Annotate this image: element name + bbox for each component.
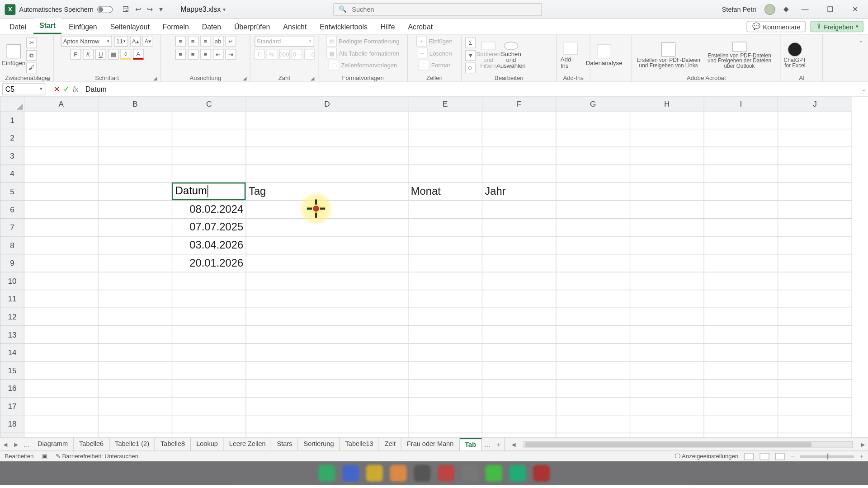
cell-F18[interactable]: [482, 415, 556, 433]
cell-A9[interactable]: [24, 254, 98, 272]
close-button[interactable]: ✕: [847, 5, 863, 13]
cell-H13[interactable]: [630, 326, 704, 344]
save-icon[interactable]: 🖫: [122, 5, 129, 13]
cell-E1[interactable]: [408, 111, 482, 129]
sheet-nav-next[interactable]: ►: [11, 441, 22, 448]
cell-G8[interactable]: [556, 236, 630, 254]
col-header-g[interactable]: G: [556, 97, 630, 111]
cell-I6[interactable]: [704, 201, 778, 219]
cell-E12[interactable]: [408, 308, 482, 326]
display-settings-button[interactable]: 🖵 Anzeigeeinstellungen: [675, 453, 739, 460]
cell-G6[interactable]: [556, 201, 630, 219]
cell-E17[interactable]: [408, 397, 482, 415]
cell-I9[interactable]: [704, 254, 778, 272]
cell-I13[interactable]: [704, 326, 778, 344]
row-header-19[interactable]: 10: [0, 433, 24, 437]
row-header-18[interactable]: 18: [0, 415, 24, 433]
cell-H18[interactable]: [630, 415, 704, 433]
cell-D19[interactable]: [246, 433, 408, 437]
col-header-i[interactable]: I: [704, 97, 778, 111]
cell-H19[interactable]: [630, 433, 704, 437]
cell-I18[interactable]: [704, 415, 778, 433]
comments-button[interactable]: 💬Kommentare: [747, 21, 806, 32]
cell-A18[interactable]: [24, 415, 98, 433]
cell-I4[interactable]: [704, 165, 778, 183]
row-header-5[interactable]: 5: [0, 183, 24, 201]
cell-C15[interactable]: [172, 361, 246, 380]
tab-datei[interactable]: Datei: [4, 20, 32, 34]
cell-E5[interactable]: Monat: [408, 183, 482, 201]
cell-H16[interactable]: [630, 380, 704, 398]
cell-J5[interactable]: [778, 183, 852, 201]
taskbar-icon[interactable]: [509, 465, 526, 482]
wrap-text-icon[interactable]: ↵: [225, 36, 236, 47]
cell-I5[interactable]: [704, 183, 778, 201]
tab-formeln[interactable]: Formeln: [157, 20, 195, 34]
cell-B3[interactable]: [98, 147, 172, 165]
zoom-slider[interactable]: [800, 455, 854, 457]
chevron-down-icon[interactable]: ▾: [40, 86, 42, 92]
cell-G16[interactable]: [556, 380, 630, 398]
redo-icon[interactable]: ↪: [147, 5, 153, 13]
cell-C11[interactable]: [172, 290, 246, 308]
cell-E7[interactable]: [408, 218, 482, 236]
avatar[interactable]: [764, 4, 775, 15]
cell-J1[interactable]: [778, 111, 852, 129]
cell-B12[interactable]: [98, 308, 172, 326]
col-header-h[interactable]: H: [630, 97, 704, 111]
share-button[interactable]: ⇪Freigeben▾: [811, 21, 863, 32]
cell-A17[interactable]: [24, 397, 98, 415]
cell-A16[interactable]: [24, 380, 98, 398]
cell-J17[interactable]: [778, 397, 852, 415]
sheet-nav-more[interactable]: …: [21, 441, 32, 448]
cell-F4[interactable]: [482, 165, 556, 183]
increase-font-icon[interactable]: A▴: [130, 36, 141, 47]
cell-D18[interactable]: [246, 415, 408, 433]
sheet-overflow[interactable]: …: [482, 441, 493, 448]
horizontal-scrollbar[interactable]: [524, 441, 853, 448]
sheet-tab[interactable]: Sortierung: [298, 438, 340, 450]
align-top-icon[interactable]: ≡: [175, 36, 186, 47]
cell-J9[interactable]: [778, 254, 852, 272]
cell-B5[interactable]: [98, 183, 172, 201]
cell-F3[interactable]: [482, 147, 556, 165]
row-header-10[interactable]: 10: [0, 272, 24, 290]
cell-J16[interactable]: [778, 380, 852, 398]
cell-D8[interactable]: [246, 236, 408, 254]
decrease-font-icon[interactable]: A▾: [142, 36, 153, 47]
cell-G1[interactable]: [556, 111, 630, 129]
taskbar-icon[interactable]: [414, 465, 430, 482]
autosum-icon[interactable]: Σ: [465, 37, 476, 48]
cell-E13[interactable]: [408, 326, 482, 344]
cell-B6[interactable]: [98, 201, 172, 219]
row-header-17[interactable]: 17: [0, 397, 24, 415]
hscroll-right[interactable]: ►: [858, 441, 868, 448]
cell-F10[interactable]: [482, 272, 556, 290]
cell-D2[interactable]: [246, 129, 408, 147]
align-right-icon[interactable]: ≡: [200, 49, 211, 60]
cell-A1[interactable]: [24, 111, 98, 129]
font-color-icon[interactable]: A: [133, 49, 144, 60]
row-header-13[interactable]: 13: [0, 326, 24, 344]
row-header-16[interactable]: 16: [0, 380, 24, 398]
cell-F6[interactable]: [482, 201, 556, 219]
cell-A19[interactable]: [24, 433, 98, 437]
tab-seitenlayout[interactable]: Seitenlayout: [104, 20, 155, 34]
col-header-j[interactable]: J: [778, 97, 852, 111]
cell-E14[interactable]: [408, 343, 482, 361]
cell-H14[interactable]: [630, 343, 704, 361]
sheet-tab[interactable]: Stars: [272, 438, 298, 450]
sheet-tab[interactable]: Tabelle13: [340, 438, 379, 450]
cell-D16[interactable]: [246, 380, 408, 398]
sheet-tab[interactable]: Leere Zeilen: [224, 438, 272, 450]
cell-H15[interactable]: [630, 361, 704, 380]
cell-I14[interactable]: [704, 343, 778, 361]
cell-H12[interactable]: [630, 308, 704, 326]
cell-C7[interactable]: 07.07.2025: [172, 218, 246, 236]
row-header-9[interactable]: 9: [0, 254, 24, 272]
cell-A3[interactable]: [24, 147, 98, 165]
cell-E4[interactable]: [408, 165, 482, 183]
cell-F1[interactable]: [482, 111, 556, 129]
cell-G10[interactable]: [556, 272, 630, 290]
sheet-tab[interactable]: Frau oder Mann: [401, 438, 459, 450]
